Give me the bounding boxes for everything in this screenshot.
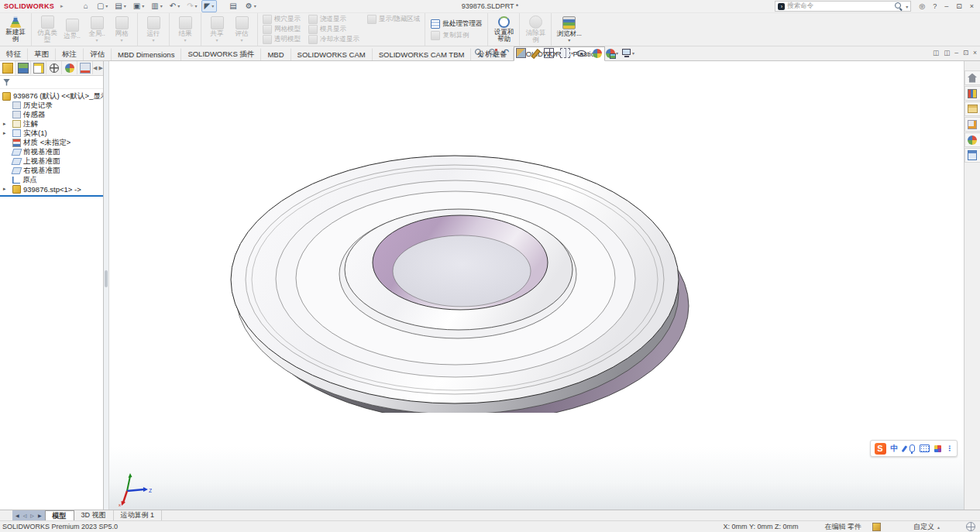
sogou-logo-icon[interactable]: S: [875, 443, 886, 455]
dropdown-caret-icon[interactable]: ▾: [616, 50, 618, 56]
tab-solidworks-cam[interactable]: SOLIDWORKS CAM: [291, 48, 373, 60]
dropdown-caret-icon[interactable]: ▾: [240, 38, 242, 43]
hide-show-items-icon[interactable]: ▾: [576, 48, 590, 58]
tree-item-solid-bodies[interactable]: ▸ 实体(1): [0, 129, 103, 138]
display-style-icon[interactable]: ▾: [560, 48, 573, 58]
panel-scroll-left-icon[interactable]: ◀: [93, 65, 97, 71]
cavity-display-button[interactable]: 模穴显示: [263, 15, 301, 25]
tree-filter-icon[interactable]: [3, 79, 10, 86]
tab-mbd[interactable]: MBD: [261, 48, 291, 60]
tab-sketch[interactable]: 草图: [28, 48, 56, 60]
menu-expand-arrow-icon[interactable]: ▸: [60, 3, 64, 9]
mesh-button[interactable]: 网格 ▾: [109, 15, 134, 43]
tree-item-top-plane[interactable]: 上视基准面: [0, 156, 103, 166]
first-sheet-icon[interactable]: ◀: [14, 513, 21, 518]
expand-arrow-icon[interactable]: ▸: [3, 130, 9, 136]
panel-scroll-right-icon[interactable]: ▶: [98, 65, 102, 71]
ime-microphone-icon[interactable]: [910, 444, 915, 452]
mesh-model-button[interactable]: 网格模型: [263, 25, 301, 35]
dropdown-caret-icon[interactable]: ▾: [160, 4, 163, 9]
dropdown-caret-icon[interactable]: ▾: [184, 38, 186, 43]
expand-arrow-icon[interactable]: ▸: [3, 186, 9, 192]
displaymanager-tab[interactable]: [62, 61, 77, 74]
help-icon[interactable]: ?: [930, 2, 939, 10]
rebuild-traffic-light-icon[interactable]: [218, 0, 225, 12]
ime-handwriting-icon[interactable]: [901, 445, 906, 452]
dropdown-caret-icon[interactable]: ▾: [142, 4, 144, 9]
print-icon[interactable]: ▥ ▾: [148, 0, 165, 12]
zoom-fit-icon[interactable]: [474, 48, 485, 58]
sheet-tab-3d-views[interactable]: 3D 视图: [74, 510, 114, 520]
tree-item-history[interactable]: 历史记录: [0, 101, 103, 110]
resources-home-icon[interactable]: [965, 70, 980, 85]
view-settings-icon[interactable]: ▾: [621, 48, 634, 58]
share-button[interactable]: 共享 ▾: [205, 15, 229, 43]
panel-splitter-handle[interactable]: [105, 270, 108, 287]
doc-minimize-icon[interactable]: –: [954, 49, 958, 57]
tree-item-material[interactable]: 材质 <未指定>: [0, 138, 103, 147]
tree-item-imported-body[interactable]: ▸ 939876.stp<1> ->: [0, 184, 103, 194]
redo-icon[interactable]: ↷ ▾: [184, 0, 200, 12]
dropdown-caret-icon[interactable]: ▾: [568, 38, 570, 43]
browse-material-button[interactable]: 浏览材... ▾: [555, 15, 583, 43]
last-sheet-icon[interactable]: ▶: [36, 513, 43, 518]
dimxpertmanager-tab[interactable]: [46, 61, 62, 74]
tab-features[interactable]: 特征: [0, 48, 28, 60]
new-study-button[interactable]: 新建算 例: [3, 15, 28, 44]
prev-sheet-icon[interactable]: ◁: [22, 513, 29, 518]
transparent-model-button[interactable]: 透明模型: [263, 35, 301, 45]
save-icon[interactable]: ▣ ▾: [130, 0, 147, 12]
search-icon[interactable]: [894, 2, 903, 11]
tree-item-right-plane[interactable]: 右视基准面: [0, 166, 103, 175]
tab-solidworks-cam-tbm[interactable]: SOLIDWORKS CAM TBM: [373, 48, 472, 60]
annotation-view-icon[interactable]: [530, 48, 541, 58]
ime-toolbox-icon[interactable]: [934, 445, 941, 452]
featuremanager-tab[interactable]: [0, 61, 15, 75]
dropdown-caret-icon[interactable]: ▾: [124, 4, 126, 9]
propertymanager-tab[interactable]: [15, 61, 31, 74]
search-input[interactable]: › 搜索命令 ▾: [775, 1, 911, 12]
close-icon[interactable]: ×: [968, 2, 976, 10]
tree-item-front-plane[interactable]: 前视基准面: [0, 147, 103, 156]
apply-scene-icon[interactable]: ▾: [606, 49, 618, 58]
pane-split-right-icon[interactable]: ◫: [944, 49, 950, 57]
results-button[interactable]: 结果 ▾: [173, 15, 198, 43]
new-file-icon[interactable]: ▢ ▾: [94, 0, 111, 12]
ime-keyboard-icon[interactable]: [920, 444, 930, 452]
tab-annotation[interactable]: 标注: [56, 48, 84, 60]
boundary-button[interactable]: 边界..: [60, 18, 84, 40]
ime-language-toggle[interactable]: 中: [891, 443, 899, 454]
ime-more-icon[interactable]: ⋮: [946, 444, 953, 452]
undo-icon[interactable]: ↶ ▾: [167, 0, 183, 12]
mold-display-button[interactable]: 模具显示: [308, 25, 359, 35]
evaluate-button[interactable]: 评估 ▾: [229, 15, 254, 43]
tab-mbd-dimensions[interactable]: MBD Dimensions: [112, 48, 181, 60]
pane-split-left-icon[interactable]: ◫: [933, 49, 939, 57]
run-button[interactable]: 运行 ▾: [141, 15, 166, 43]
dropdown-caret-icon[interactable]: ▾: [177, 4, 180, 9]
next-sheet-icon[interactable]: ▷: [29, 513, 36, 518]
show-hide-region-button[interactable]: 显示/隐藏区域: [367, 15, 420, 25]
open-file-icon[interactable]: ▤ ▾: [112, 0, 129, 12]
ime-toolbar[interactable]: S 中 ⋮: [870, 440, 958, 457]
panel-splitter[interactable]: [104, 61, 109, 510]
tab-evaluate[interactable]: 评估: [84, 48, 112, 60]
doc-restore-icon[interactable]: ⊡: [963, 49, 968, 57]
dropdown-caret-icon[interactable]: ▾: [120, 38, 122, 43]
previous-view-icon[interactable]: [502, 48, 513, 58]
tree-rollback-bar[interactable]: [0, 195, 103, 197]
dropdown-caret-icon[interactable]: ▾: [152, 38, 154, 43]
sheet-tab-model[interactable]: 模型: [45, 510, 74, 520]
custom-properties-icon[interactable]: [965, 148, 980, 163]
sheet-tab-motion-study[interactable]: 运动算例 1: [114, 510, 163, 520]
tab-solidworks-addins[interactable]: SOLIDWORKS 插件: [181, 48, 261, 60]
search-caret-icon[interactable]: ▾: [906, 4, 908, 9]
pulley-3d-model[interactable]: [228, 142, 693, 413]
graphics-viewport[interactable]: Z x S 中 ⋮: [109, 61, 964, 510]
options-gear-icon[interactable]: ⚙ ▾: [242, 0, 260, 12]
custom-caret-icon[interactable]: ▴: [937, 524, 940, 530]
login-user-icon[interactable]: ◎: [916, 2, 927, 10]
design-library-icon[interactable]: [965, 86, 980, 101]
dropdown-caret-icon[interactable]: ▾: [254, 4, 256, 9]
tree-root-part[interactable]: 939876 (默认) <<默认>_显示状态 1: [0, 91, 103, 101]
